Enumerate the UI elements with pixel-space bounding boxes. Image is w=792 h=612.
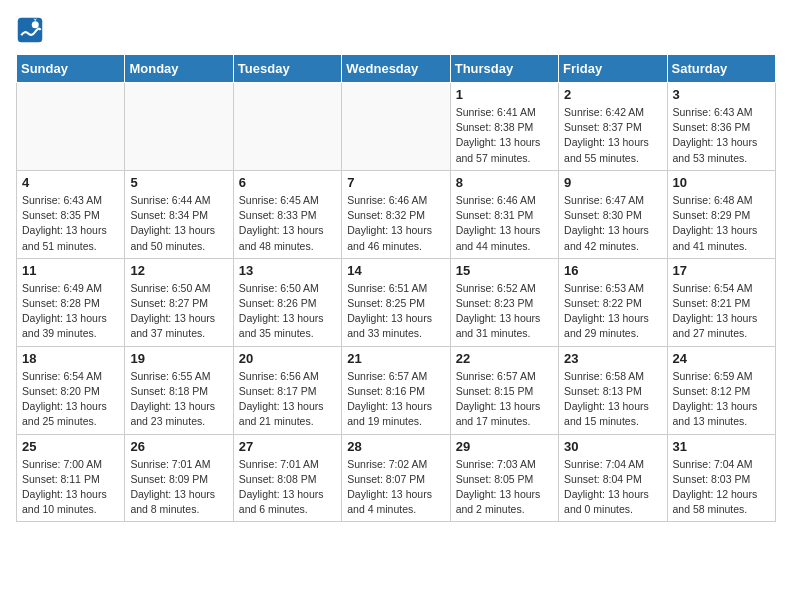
calendar-cell: 5Sunrise: 6:44 AM Sunset: 8:34 PM Daylig… [125,170,233,258]
calendar-week-row: 18Sunrise: 6:54 AM Sunset: 8:20 PM Dayli… [17,346,776,434]
day-info: Sunrise: 7:04 AM Sunset: 8:03 PM Dayligh… [673,457,770,518]
logo-icon [16,16,44,44]
day-info: Sunrise: 6:57 AM Sunset: 8:16 PM Dayligh… [347,369,444,430]
day-info: Sunrise: 6:44 AM Sunset: 8:34 PM Dayligh… [130,193,227,254]
day-number: 23 [564,351,661,366]
calendar-cell: 11Sunrise: 6:49 AM Sunset: 8:28 PM Dayli… [17,258,125,346]
day-info: Sunrise: 6:53 AM Sunset: 8:22 PM Dayligh… [564,281,661,342]
day-info: Sunrise: 6:50 AM Sunset: 8:27 PM Dayligh… [130,281,227,342]
day-number: 19 [130,351,227,366]
day-info: Sunrise: 6:49 AM Sunset: 8:28 PM Dayligh… [22,281,119,342]
calendar-cell: 3Sunrise: 6:43 AM Sunset: 8:36 PM Daylig… [667,83,775,171]
day-number: 14 [347,263,444,278]
day-number: 22 [456,351,553,366]
calendar-cell [233,83,341,171]
day-info: Sunrise: 6:57 AM Sunset: 8:15 PM Dayligh… [456,369,553,430]
calendar-cell: 23Sunrise: 6:58 AM Sunset: 8:13 PM Dayli… [559,346,667,434]
day-header-thursday: Thursday [450,55,558,83]
day-info: Sunrise: 7:00 AM Sunset: 8:11 PM Dayligh… [22,457,119,518]
day-info: Sunrise: 6:58 AM Sunset: 8:13 PM Dayligh… [564,369,661,430]
day-number: 27 [239,439,336,454]
day-number: 8 [456,175,553,190]
day-number: 25 [22,439,119,454]
day-info: Sunrise: 7:01 AM Sunset: 8:09 PM Dayligh… [130,457,227,518]
calendar-cell: 8Sunrise: 6:46 AM Sunset: 8:31 PM Daylig… [450,170,558,258]
calendar-cell: 4Sunrise: 6:43 AM Sunset: 8:35 PM Daylig… [17,170,125,258]
calendar-cell: 6Sunrise: 6:45 AM Sunset: 8:33 PM Daylig… [233,170,341,258]
day-number: 30 [564,439,661,454]
calendar-cell: 29Sunrise: 7:03 AM Sunset: 8:05 PM Dayli… [450,434,558,522]
day-info: Sunrise: 6:42 AM Sunset: 8:37 PM Dayligh… [564,105,661,166]
calendar-cell [17,83,125,171]
calendar-cell: 31Sunrise: 7:04 AM Sunset: 8:03 PM Dayli… [667,434,775,522]
day-number: 6 [239,175,336,190]
day-number: 2 [564,87,661,102]
calendar-header-row: SundayMondayTuesdayWednesdayThursdayFrid… [17,55,776,83]
day-number: 11 [22,263,119,278]
calendar-cell: 15Sunrise: 6:52 AM Sunset: 8:23 PM Dayli… [450,258,558,346]
calendar-cell: 14Sunrise: 6:51 AM Sunset: 8:25 PM Dayli… [342,258,450,346]
calendar-cell: 26Sunrise: 7:01 AM Sunset: 8:09 PM Dayli… [125,434,233,522]
day-info: Sunrise: 7:04 AM Sunset: 8:04 PM Dayligh… [564,457,661,518]
calendar-cell: 27Sunrise: 7:01 AM Sunset: 8:08 PM Dayli… [233,434,341,522]
day-header-saturday: Saturday [667,55,775,83]
calendar-cell: 28Sunrise: 7:02 AM Sunset: 8:07 PM Dayli… [342,434,450,522]
calendar: SundayMondayTuesdayWednesdayThursdayFrid… [16,54,776,522]
day-number: 3 [673,87,770,102]
calendar-cell: 21Sunrise: 6:57 AM Sunset: 8:16 PM Dayli… [342,346,450,434]
day-number: 24 [673,351,770,366]
calendar-cell: 13Sunrise: 6:50 AM Sunset: 8:26 PM Dayli… [233,258,341,346]
calendar-cell: 2Sunrise: 6:42 AM Sunset: 8:37 PM Daylig… [559,83,667,171]
calendar-cell: 10Sunrise: 6:48 AM Sunset: 8:29 PM Dayli… [667,170,775,258]
day-number: 4 [22,175,119,190]
calendar-cell: 19Sunrise: 6:55 AM Sunset: 8:18 PM Dayli… [125,346,233,434]
page-header [16,16,776,44]
day-info: Sunrise: 6:41 AM Sunset: 8:38 PM Dayligh… [456,105,553,166]
calendar-cell: 24Sunrise: 6:59 AM Sunset: 8:12 PM Dayli… [667,346,775,434]
day-header-friday: Friday [559,55,667,83]
day-number: 9 [564,175,661,190]
day-info: Sunrise: 7:02 AM Sunset: 8:07 PM Dayligh… [347,457,444,518]
day-number: 10 [673,175,770,190]
day-header-tuesday: Tuesday [233,55,341,83]
day-info: Sunrise: 6:56 AM Sunset: 8:17 PM Dayligh… [239,369,336,430]
day-number: 17 [673,263,770,278]
day-info: Sunrise: 6:54 AM Sunset: 8:20 PM Dayligh… [22,369,119,430]
calendar-week-row: 25Sunrise: 7:00 AM Sunset: 8:11 PM Dayli… [17,434,776,522]
day-info: Sunrise: 6:48 AM Sunset: 8:29 PM Dayligh… [673,193,770,254]
day-number: 21 [347,351,444,366]
day-number: 7 [347,175,444,190]
day-number: 1 [456,87,553,102]
calendar-cell: 20Sunrise: 6:56 AM Sunset: 8:17 PM Dayli… [233,346,341,434]
day-info: Sunrise: 6:47 AM Sunset: 8:30 PM Dayligh… [564,193,661,254]
day-info: Sunrise: 6:43 AM Sunset: 8:35 PM Dayligh… [22,193,119,254]
day-header-monday: Monday [125,55,233,83]
day-number: 16 [564,263,661,278]
svg-rect-0 [18,18,43,43]
day-info: Sunrise: 6:46 AM Sunset: 8:32 PM Dayligh… [347,193,444,254]
day-number: 5 [130,175,227,190]
calendar-cell: 9Sunrise: 6:47 AM Sunset: 8:30 PM Daylig… [559,170,667,258]
day-number: 18 [22,351,119,366]
day-number: 12 [130,263,227,278]
logo [16,16,48,44]
day-number: 29 [456,439,553,454]
calendar-cell [342,83,450,171]
calendar-cell [125,83,233,171]
calendar-cell: 1Sunrise: 6:41 AM Sunset: 8:38 PM Daylig… [450,83,558,171]
day-info: Sunrise: 6:52 AM Sunset: 8:23 PM Dayligh… [456,281,553,342]
calendar-cell: 17Sunrise: 6:54 AM Sunset: 8:21 PM Dayli… [667,258,775,346]
calendar-cell: 12Sunrise: 6:50 AM Sunset: 8:27 PM Dayli… [125,258,233,346]
day-info: Sunrise: 6:51 AM Sunset: 8:25 PM Dayligh… [347,281,444,342]
calendar-week-row: 1Sunrise: 6:41 AM Sunset: 8:38 PM Daylig… [17,83,776,171]
day-number: 28 [347,439,444,454]
calendar-cell: 25Sunrise: 7:00 AM Sunset: 8:11 PM Dayli… [17,434,125,522]
day-number: 20 [239,351,336,366]
day-info: Sunrise: 6:50 AM Sunset: 8:26 PM Dayligh… [239,281,336,342]
day-info: Sunrise: 6:54 AM Sunset: 8:21 PM Dayligh… [673,281,770,342]
calendar-cell: 22Sunrise: 6:57 AM Sunset: 8:15 PM Dayli… [450,346,558,434]
day-info: Sunrise: 6:46 AM Sunset: 8:31 PM Dayligh… [456,193,553,254]
day-number: 31 [673,439,770,454]
calendar-week-row: 11Sunrise: 6:49 AM Sunset: 8:28 PM Dayli… [17,258,776,346]
calendar-cell: 18Sunrise: 6:54 AM Sunset: 8:20 PM Dayli… [17,346,125,434]
